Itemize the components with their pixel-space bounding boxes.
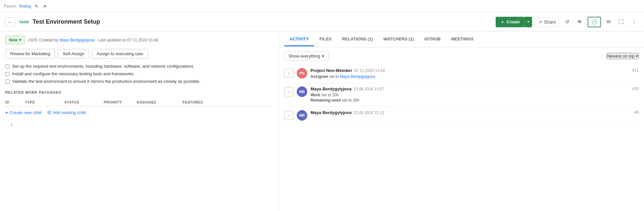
share-label: Share [544, 19, 556, 25]
assign-executing-user-button[interactable]: Assign to executing user [92, 49, 148, 59]
header-left: ← TASK Test Environment Setup [5, 17, 100, 27]
tab-activity[interactable]: ACTIVITY [284, 33, 314, 46]
checklist-item: Validate the test environment to ensure … [5, 79, 273, 84]
create-label: Create [506, 19, 520, 24]
tab-watchers[interactable]: WATCHERS (1) [378, 33, 419, 46]
more-button[interactable]: ⋮ [629, 17, 639, 27]
col-id: ID [5, 100, 25, 104]
history-button[interactable]: ↺ [562, 17, 572, 27]
assignee-link-1[interactable]: Maya Berdygylyjova [340, 74, 375, 79]
avatar-1: PN [297, 68, 307, 79]
activity-detail-2b: Remaining work set to 20h [311, 98, 626, 103]
status-bar: New ▾ #325: Created by Maya Berdygylyjov… [5, 35, 273, 44]
tab-files[interactable]: FILES [314, 33, 337, 46]
tabs: ACTIVITY FILES RELATIONS (1) WATCHERS (1… [279, 32, 644, 47]
activity-item: ▪ MB Maya Berdygylyjova 23.04.2024 21:12… [284, 107, 639, 124]
status-label: New [9, 37, 18, 42]
activity-content-3: Maya Berdygylyjova 23.04.2024 21:12 [311, 110, 628, 116]
action-buttons: Review for Marketing Self-Assign Assign … [5, 49, 273, 59]
header-right: ＋ Create ▾ ↗ Share ↺ 👁 🕐 ✉ ⛶ ⋮ [496, 17, 639, 27]
activity-user-1: Project Non-Member [311, 68, 352, 73]
tab-relations[interactable]: RELATIONS (1) [337, 33, 378, 46]
activity-content-2: Maya Berdygylyjova 13.06.2024 13:57 Work… [311, 86, 626, 103]
avatar-3: MB [297, 110, 307, 121]
related-work-packages-title: RELATED WORK PACKAGES [5, 90, 273, 94]
activity-time-1: 07.11.2024 13:49 [354, 68, 385, 73]
checklist: Set up the required test environments, i… [5, 64, 273, 84]
activity-icon-2: ▪ [284, 87, 293, 96]
status-button[interactable]: New ▾ [5, 35, 25, 44]
activity-user-3: Maya Berdygylyjova [311, 110, 352, 115]
edit-parent-icon[interactable]: ✎ [33, 3, 40, 10]
checklist-item: Set up the required test environments, i… [5, 64, 273, 69]
activity-number-3: #9 [631, 110, 639, 115]
expand-arrow[interactable]: › [5, 119, 273, 131]
activity-header-3: Maya Berdygylyjova 23.04.2024 21:12 [311, 110, 628, 115]
checklist-checkbox-1[interactable] [5, 64, 10, 69]
sort-label: Newest on top [607, 54, 634, 59]
col-priority: PRIORITY [104, 100, 137, 104]
self-assign-button[interactable]: Self-Assign [58, 49, 89, 59]
status-dropdown-icon: ▾ [19, 37, 21, 42]
activity-number-2: #10 [629, 86, 639, 91]
col-features: FEATURES [182, 100, 273, 104]
add-existing-child-button[interactable]: ⛓ Add existing child [47, 110, 86, 115]
activity-icon-3: ▪ [284, 111, 293, 120]
activity-icon-1: ▪ [284, 69, 293, 78]
top-bar: Parent: Testing ✎ ✕ [0, 0, 644, 12]
filter-label: Show everything [289, 54, 320, 59]
filter-dropdown[interactable]: Show everything ▾ [284, 51, 329, 61]
col-type: TYPE [25, 100, 64, 104]
create-new-child-button[interactable]: + Create new child [5, 110, 42, 115]
checklist-item: Install and configure the necessary test… [5, 71, 273, 76]
close-parent-icon[interactable]: ✕ [42, 3, 48, 10]
review-marketing-button[interactable]: Review for Marketing [5, 49, 55, 59]
tab-meetings[interactable]: MEETINGS [446, 33, 479, 46]
status-user-link[interactable]: Maya Berdygylyjova [59, 38, 95, 42]
create-button[interactable]: ＋ Create [496, 17, 524, 27]
notify-button[interactable]: ✉ [604, 17, 613, 27]
activity-user-2: Maya Berdygylyjova [311, 86, 352, 91]
activity-list: ▪ PN Project Non-Member 07.11.2024 13:49… [279, 65, 644, 124]
activity-header-2: Maya Berdygylyjova 13.06.2024 13:57 [311, 86, 626, 91]
col-status: STATUS [64, 100, 104, 104]
col-assignee: ASSIGNEE [137, 100, 182, 104]
page-title: Test Environment Setup [32, 18, 100, 25]
sort-chevron-icon: ▾ [636, 54, 638, 59]
timer-button[interactable]: 🕐 [588, 17, 601, 27]
tab-github[interactable]: GITHUB [419, 33, 446, 46]
left-panel: New ▾ #325: Created by Maya Berdygylyjov… [0, 32, 279, 211]
plus-icon: ＋ [500, 19, 504, 25]
link-icon: ⛓ [47, 110, 51, 115]
main-header: ← TASK Test Environment Setup ＋ Create ▾… [0, 12, 644, 32]
table-header: ID TYPE STATUS PRIORITY ASSIGNEE FEATURE… [5, 98, 273, 106]
activity-controls: Show everything ▾ Newest on top ▾ [279, 47, 644, 65]
plus-icon: + [5, 110, 8, 115]
activity-item: ▪ MB Maya Berdygylyjova 13.06.2024 13:57… [284, 83, 639, 107]
create-dropdown-arrow[interactable]: ▾ [525, 17, 532, 27]
task-type-label: TASK [19, 20, 29, 24]
table-actions: + Create new child ⛓ Add existing child [5, 106, 273, 119]
activity-detail-2a: Work set to 20h [311, 93, 626, 97]
fullscreen-button[interactable]: ⛶ [616, 17, 626, 27]
activity-number-1: #11 [629, 68, 639, 73]
activity-item: ▪ PN Project Non-Member 07.11.2024 13:49… [284, 65, 639, 83]
status-info: #325: Created by Maya Berdygylyjova . La… [28, 38, 159, 42]
back-button[interactable]: ← [5, 17, 16, 27]
parent-label: Parent: [4, 4, 17, 9]
checklist-checkbox-2[interactable] [5, 72, 10, 76]
share-icon: ↗ [538, 19, 542, 25]
activity-detail-1: Assignee set to Maya Berdygylyjova [311, 74, 626, 79]
checklist-checkbox-3[interactable] [5, 80, 10, 84]
activity-time-3: 23.04.2024 21:12 [354, 110, 384, 115]
right-panel: ACTIVITY FILES RELATIONS (1) WATCHERS (1… [279, 32, 644, 211]
activity-header-1: Project Non-Member 07.11.2024 13:49 [311, 68, 626, 73]
avatar-2: MB [297, 86, 307, 97]
content-area: New ▾ #325: Created by Maya Berdygylyjov… [0, 32, 644, 211]
sort-dropdown[interactable]: Newest on top ▾ [607, 53, 639, 59]
create-button-wrap: ＋ Create ▾ [496, 17, 532, 27]
parent-link[interactable]: Testing [19, 4, 31, 9]
watch-button[interactable]: 👁 [574, 17, 585, 27]
share-button[interactable]: ↗ Share [535, 17, 560, 27]
activity-time-2: 13.06.2024 13:57 [354, 87, 384, 91]
